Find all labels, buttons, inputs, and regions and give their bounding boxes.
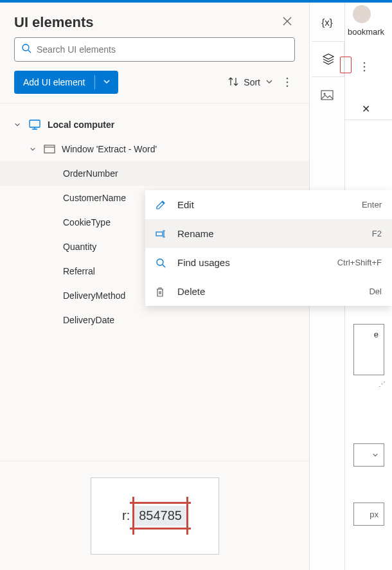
context-menu-rename[interactable]: Rename F2 (145, 219, 392, 248)
close-panel-button[interactable] (282, 16, 295, 29)
preview-thumbnail: r: 854785 (91, 477, 219, 555)
tree-window-node[interactable]: Window 'Extract - Word' (0, 137, 309, 161)
element-preview-pane: r: 854785 (0, 461, 309, 570)
search-icon (21, 43, 31, 56)
variables-tab-label[interactable]: {x} (310, 3, 344, 41)
context-menu: Edit Enter Rename F2 Find usages Ctrl+Sh… (145, 190, 392, 306)
tree-root-local-computer[interactable]: Local computer (0, 112, 309, 137)
chevron-down-icon (30, 146, 40, 152)
rename-icon (156, 229, 170, 238)
svg-point-12 (157, 259, 163, 265)
svg-point-0 (22, 44, 29, 51)
svg-point-10 (364, 70, 366, 72)
add-dropdown-chevron[interactable] (95, 76, 118, 88)
px-field-partial[interactable]: px (353, 503, 384, 526)
svg-point-3 (287, 85, 289, 87)
resize-handle-icon[interactable]: ⋰ (379, 380, 386, 389)
tree-item-deliverydate[interactable]: DeliveryDate (0, 308, 309, 332)
chevron-down-icon (14, 121, 24, 128)
svg-point-9 (364, 66, 366, 68)
svg-rect-5 (44, 145, 55, 153)
svg-rect-11 (156, 232, 163, 236)
search-box[interactable] (14, 37, 295, 62)
text-field-partial[interactable]: e (353, 324, 384, 375)
dropdown-partial[interactable] (353, 443, 384, 467)
more-options-button[interactable] (280, 77, 295, 87)
close-icon[interactable]: ✕ (362, 103, 370, 115)
images-tab-icon[interactable] (310, 77, 344, 113)
svg-rect-6 (321, 91, 333, 100)
context-menu-edit[interactable]: Edit Enter (145, 190, 392, 219)
ui-elements-tab-icon[interactable] (310, 41, 344, 77)
svg-rect-4 (30, 120, 40, 127)
pencil-icon (156, 200, 170, 210)
computer-icon (28, 120, 41, 130)
svg-point-1 (287, 78, 289, 80)
trash-icon (156, 287, 170, 297)
avatar[interactable] (353, 5, 371, 23)
context-menu-find-usages[interactable]: Find usages Ctrl+Shift+F (145, 248, 392, 277)
window-icon (44, 145, 55, 154)
bookmark-text: bookmark (348, 27, 384, 37)
sort-icon (228, 76, 238, 89)
red-outline-badge (340, 57, 352, 73)
chevron-down-icon (265, 77, 273, 87)
search-input[interactable] (37, 44, 288, 55)
highlighted-element: 854785 (134, 506, 187, 526)
panel-title: UI elements (14, 14, 94, 31)
context-menu-delete[interactable]: Delete Del (145, 277, 392, 306)
add-ui-element-button[interactable]: Add UI element (14, 71, 118, 94)
tree-item-ordernumber[interactable]: OrderNumber (0, 161, 309, 186)
svg-point-2 (287, 82, 289, 84)
search-icon (156, 258, 170, 268)
svg-point-8 (364, 62, 366, 64)
svg-point-7 (324, 93, 326, 95)
sort-button[interactable]: Sort (228, 76, 273, 89)
more-vertical-icon[interactable] (363, 62, 366, 75)
